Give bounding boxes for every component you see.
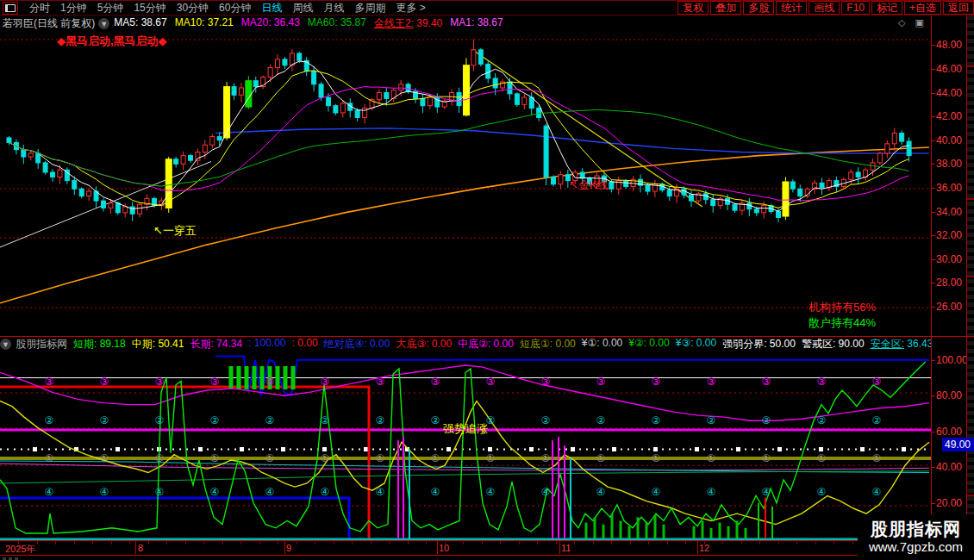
price-axis-label: 42.00 [936,110,962,122]
svg-text:②: ② [817,414,827,426]
price-axis-label: 36.00 [936,182,962,194]
window-icon[interactable] [3,2,18,15]
axis-tick [278,541,278,544]
axis-tick [759,541,760,544]
month-separator [559,541,560,554]
tab-分时[interactable]: 分时 [25,1,54,16]
axis-tick [648,541,649,544]
chart-annotation: ↖金K线 [569,177,609,193]
svg-text:④: ④ [817,486,827,498]
value-axis-label: 40.00 [936,461,962,473]
axis-tick [240,541,241,544]
indicator-value: 短底①: 0.00 [520,337,576,352]
tab-更多 >[interactable]: 更多 > [391,1,429,16]
svg-text:③: ③ [155,376,165,388]
svg-text:①: ① [210,452,220,464]
tab-5分钟[interactable]: 5分钟 [93,1,128,16]
svg-text:③: ③ [817,376,827,388]
indicator-value: : 0.00 [292,337,318,352]
tab-多周期[interactable]: 多周期 [350,1,390,16]
month-label: 9 [286,543,291,553]
button-叠加[interactable]: 叠加 [710,1,741,15]
axis-tick [741,541,742,544]
indicator-header: ▼ 股朋指标网 短期: 89.18中期: 50.41长期: 74.34: 100… [0,337,931,352]
chevron-down-icon[interactable]: ▼ [98,18,109,29]
button-多股[interactable]: 多股 [743,1,774,15]
chart-canvas[interactable]: ③③③③③③③③③③③③③③③③②②②②②②②②②②②②②②②②①①①①①①①①… [0,0,974,560]
axis-tick [408,541,409,544]
time-axis: 2025年89101112 [0,541,931,554]
axis-tick [685,541,686,544]
axis-tick [426,541,427,544]
price-axis-label: 30.00 [936,253,962,265]
price-axis-label: 38.00 [936,158,962,170]
indicator-value: 短期: 89.18 [73,337,126,352]
axis-tick [111,541,112,544]
axis-tick [129,541,130,544]
axis-tick [92,541,93,544]
chart-annotation: 强势追涨 [443,421,488,437]
strip-border [966,16,967,555]
button-统计[interactable]: 统计 [776,1,807,15]
axis-tick [259,541,260,544]
info-bar: 若羽臣(日线 前复权) ▼ MA5: 38.67MA10: 37.21MA20:… [0,16,931,32]
svg-text:①: ① [265,452,275,464]
axis-tick [37,541,38,544]
ma-value: 金线王2: 39.40 [374,16,442,31]
svg-text:④: ④ [376,486,385,498]
axis-tick [778,541,779,544]
axis-tick [815,541,816,544]
button-复权[interactable]: 复权 [677,1,709,15]
tab-1分钟[interactable]: 1分钟 [56,1,91,16]
svg-text:④: ④ [431,486,440,498]
tab-日线[interactable]: 日线 [257,1,286,16]
svg-text:②: ② [762,414,771,426]
axis-tick [55,541,56,544]
button-标记[interactable]: 标记 [871,1,902,15]
svg-text:③: ③ [210,376,220,388]
tab-周线[interactable]: 周线 [288,1,317,16]
corner-icons[interactable]: ◇ ▣ [898,17,927,28]
svg-text:②: ② [45,414,54,426]
tab-月线[interactable]: 月线 [319,1,348,16]
axis-tick [667,541,668,544]
axis-tick [611,541,612,544]
axis-tick [500,541,501,544]
axis-tick [796,541,797,544]
price-axis-label: 46.00 [936,63,962,75]
svg-text:③: ③ [265,376,275,388]
axis-tick [574,541,575,544]
svg-text:②: ② [100,414,109,426]
price-axis-label: 40.00 [936,134,962,146]
tab-60分钟[interactable]: 60分钟 [215,1,255,16]
month-label: 11 [561,543,571,553]
indicator-value: 大底③: 0.00 [396,337,452,352]
svg-text:②: ② [707,414,716,426]
svg-text:④: ④ [872,486,882,498]
axis-tick [315,541,315,544]
svg-text:①: ① [872,452,882,464]
indicator-value: ¥③: 0.00 [676,337,716,352]
svg-text:③: ③ [100,376,109,388]
button-+自选[interactable]: +自选 [904,1,941,15]
indicator-value: ¥①: 0.00 [582,337,622,352]
tab-15分钟[interactable]: 15分钟 [129,1,170,16]
axis-tick [630,541,631,544]
svg-text:①: ① [321,452,330,464]
value-axis-label: 100.00 [936,354,968,366]
svg-text:③: ③ [431,376,440,388]
button-返回[interactable]: 返回 [943,1,974,15]
price-axis-label: 28.00 [936,277,962,289]
chevron-down-icon[interactable]: ▼ [0,339,11,350]
svg-text:②: ② [596,414,606,426]
right-edge-strip[interactable] [967,16,974,555]
month-separator [437,541,438,554]
watermark: 股朋指标网 www.7gpzb.com [858,514,974,560]
month-separator [135,541,136,554]
svg-text:②: ② [652,414,661,426]
svg-text:④: ④ [707,486,716,498]
tab-30分钟[interactable]: 30分钟 [172,1,213,16]
button-F10[interactable]: F10 [841,1,870,15]
axis-tick [222,541,223,544]
button-画线[interactable]: 画线 [809,1,840,15]
